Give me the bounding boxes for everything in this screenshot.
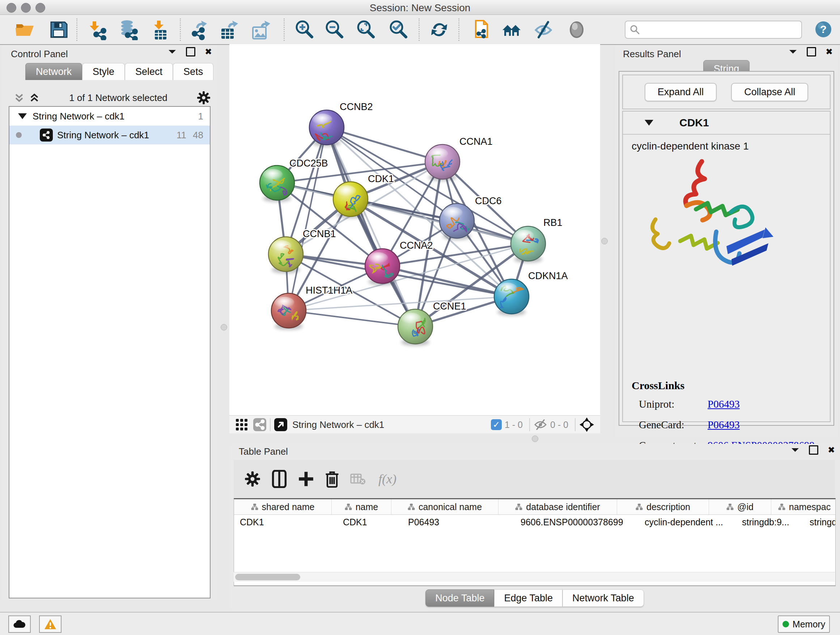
export-network-icon[interactable] — [189, 19, 210, 40]
save-session-icon[interactable] — [48, 19, 69, 40]
splitter-handle[interactable] — [601, 238, 608, 244]
column-header-database-identifier[interactable]: database identifier — [499, 499, 617, 515]
network-share-icon[interactable] — [253, 418, 266, 431]
panel-collapse-icon[interactable] — [791, 448, 799, 453]
panel-float-icon[interactable] — [809, 445, 818, 455]
refresh-icon[interactable] — [429, 19, 450, 40]
tab-network[interactable]: Network — [25, 63, 82, 80]
splitter-handle[interactable] — [532, 435, 538, 442]
fit-selected-crosshair-icon[interactable] — [579, 417, 594, 432]
collapse-all-icon[interactable] — [14, 92, 25, 103]
tab-node-table[interactable]: Node Table — [425, 589, 494, 607]
column-header-namespac[interactable]: namespac — [771, 499, 836, 515]
birdseye-grid-icon[interactable] — [235, 418, 248, 431]
column-header--id[interactable]: @id — [709, 499, 771, 515]
scrollbar-thumb[interactable] — [235, 574, 300, 580]
toolbar-separator — [418, 19, 420, 41]
table-cell[interactable]: 9606.ENSP00000378699 — [515, 517, 639, 527]
crosslink-link[interactable]: P06493 — [707, 419, 740, 431]
tab-style[interactable]: Style — [82, 63, 125, 80]
select-columns-icon[interactable] — [271, 470, 287, 488]
zoom-selected-icon[interactable] — [388, 19, 409, 40]
selected-checkbox-icon[interactable]: ✓ — [491, 419, 502, 430]
delete-table-icon — [350, 473, 366, 485]
column-header-shared-name[interactable]: shared name — [234, 499, 332, 515]
search-input[interactable] — [642, 22, 801, 37]
title-bar: Session: New Session — [0, 0, 840, 15]
import-table-file-icon[interactable] — [150, 19, 172, 40]
tab-select[interactable]: Select — [125, 63, 173, 80]
export-image-icon[interactable] — [250, 19, 271, 40]
network-view-canvas[interactable]: CCNB2CCNA1CDC25BCDK1CDC6RB1CCNB1CCNA2CDK… — [229, 44, 600, 415]
node-CCNE1[interactable] — [398, 309, 433, 346]
warnings-button[interactable] — [39, 616, 62, 633]
table-cell[interactable]: stringdb:9... — [736, 517, 804, 527]
panel-float-icon[interactable] — [807, 47, 816, 57]
tree-disclosure-icon[interactable] — [18, 113, 27, 119]
memory-button[interactable]: Memory — [778, 616, 830, 633]
add-column-icon[interactable] — [298, 471, 314, 487]
column-header-canonical-name[interactable]: canonical name — [392, 499, 499, 515]
network-tree: String Network – cdk1 1 String Network –… — [9, 106, 210, 599]
table-cell[interactable]: stringdb — [804, 517, 836, 527]
network-node-count: 11 — [177, 130, 186, 141]
zoom-out-icon[interactable] — [324, 19, 345, 40]
panel-collapse-icon[interactable] — [789, 49, 797, 54]
home-icon[interactable] — [501, 19, 522, 40]
edge-HIST1H1A-CCNE1[interactable] — [289, 310, 415, 326]
expand-all-icon[interactable] — [29, 92, 40, 103]
node-CDC25B[interactable] — [260, 165, 294, 202]
help-icon[interactable]: ? — [815, 21, 832, 38]
section-disclosure-icon[interactable] — [645, 120, 653, 126]
import-network-file-icon[interactable] — [88, 19, 109, 40]
toolbar-separator — [458, 19, 459, 41]
status-bar: Memory — [0, 612, 840, 635]
splitter-handle[interactable] — [221, 324, 227, 331]
node-label-CCNE1: CCNE1 — [433, 301, 466, 312]
open-session-icon[interactable] — [14, 19, 35, 40]
node-CDKN1A[interactable] — [494, 279, 529, 316]
tab-sets[interactable]: Sets — [173, 63, 213, 80]
panel-collapse-icon[interactable] — [168, 49, 177, 54]
tab-edge-table[interactable]: Edge Table — [494, 589, 562, 607]
node-HIST1H1A[interactable] — [271, 293, 306, 330]
table-cell[interactable]: P06493 — [402, 517, 515, 527]
edge-CCNB2-CCNA1[interactable] — [327, 127, 442, 162]
tab-network-table[interactable]: Network Table — [562, 589, 644, 607]
column-header-description[interactable]: description — [617, 499, 709, 515]
node-RB1[interactable] — [511, 226, 546, 263]
gear-icon[interactable] — [197, 91, 210, 105]
open-in-new-window-icon[interactable] — [274, 418, 287, 431]
panel-close-icon[interactable]: ✖ — [826, 48, 833, 56]
delete-column-trash-icon[interactable] — [325, 470, 339, 488]
panel-close-icon[interactable]: ✖ — [828, 446, 835, 454]
zoom-fit-icon[interactable] — [355, 19, 376, 40]
import-network-database-icon[interactable] — [118, 19, 139, 40]
collapse-all-button[interactable]: Collapse All — [731, 83, 808, 101]
column-header-name[interactable]: name — [332, 499, 392, 515]
table-gear-icon[interactable] — [245, 471, 261, 487]
edge-CCNB2-HIST1H1A[interactable] — [289, 127, 327, 310]
hide-graphics-details-icon[interactable] — [533, 19, 554, 40]
network-collection-row[interactable]: String Network – cdk1 1 — [9, 107, 210, 126]
table-cell[interactable]: CDK1 — [234, 517, 337, 527]
table-horizontal-scrollbar[interactable] — [234, 572, 835, 582]
share-document-icon[interactable] — [471, 19, 492, 40]
network-row[interactable]: String Network – cdk1 11 48 — [9, 126, 210, 144]
cloud-status-button[interactable] — [8, 616, 31, 633]
table-row[interactable]: CDK1CDK1P064939606.ENSP00000378699cyclin… — [234, 515, 835, 529]
crosslink-link[interactable]: P06493 — [707, 398, 740, 410]
panel-close-icon[interactable]: ✖ — [205, 48, 212, 56]
cloud-icon — [13, 620, 26, 629]
table-cell[interactable]: CDK1 — [337, 517, 402, 527]
gene-section-header[interactable]: CDK1 — [623, 111, 830, 135]
panel-float-icon[interactable] — [186, 47, 195, 57]
export-table-icon[interactable] — [218, 19, 240, 40]
node-CCNA1[interactable] — [425, 144, 460, 181]
search-icon — [630, 25, 640, 35]
expand-all-button[interactable]: Expand All — [645, 83, 717, 101]
node-CDK1[interactable] — [333, 182, 368, 218]
zoom-in-icon[interactable] — [294, 19, 315, 40]
show-graphics-details-icon[interactable] — [566, 19, 587, 40]
table-cell[interactable]: cyclin-dependent ... — [639, 517, 736, 527]
